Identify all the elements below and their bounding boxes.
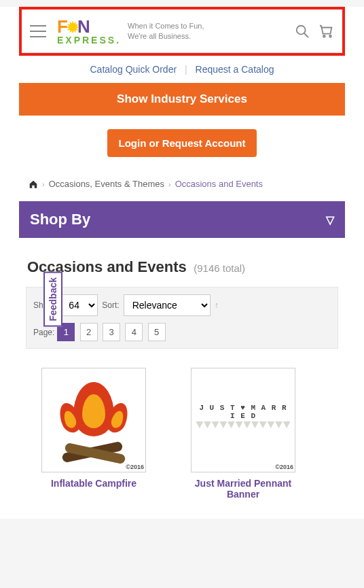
chevron-right-icon: ›: [42, 180, 45, 188]
page-label: Page:: [33, 328, 54, 337]
triangle-down-icon: ▽: [326, 213, 334, 226]
cart-icon[interactable]: [319, 24, 334, 39]
svg-line-1: [304, 33, 308, 37]
copyright: ©2016: [275, 464, 293, 470]
breadcrumb-l1[interactable]: Occasions, Events & Themes: [49, 179, 164, 189]
product-card[interactable]: ©2016 Inflatable Campfire: [33, 368, 155, 500]
request-catalog-link[interactable]: Request a Catalog: [196, 64, 274, 75]
logo-express: EXPRESS.: [57, 35, 121, 46]
page-2[interactable]: 2: [80, 323, 98, 341]
chevron-right-icon: ›: [168, 180, 171, 188]
logo[interactable]: F✹N EXPRESS.: [57, 16, 121, 46]
product-name[interactable]: Inflatable Campfire: [33, 478, 155, 489]
breadcrumb: › Occasions, Events & Themes › Occasions…: [0, 176, 364, 201]
catalog-quick-order-link[interactable]: Catalog Quick Order: [90, 64, 177, 75]
page-3[interactable]: 3: [103, 323, 120, 341]
show-select[interactable]: 64: [60, 294, 98, 316]
show-industry-services-button[interactable]: Show Industry Services: [19, 83, 345, 116]
tagline: When it Comes to Fun, We're all Business…: [128, 21, 204, 41]
product-name[interactable]: Just Married Pennant Banner: [182, 478, 304, 500]
page-4[interactable]: 4: [125, 323, 143, 341]
search-icon[interactable]: [295, 24, 310, 39]
menu-hamburger[interactable]: [30, 25, 46, 37]
home-icon[interactable]: [29, 179, 38, 189]
sort-direction-arrow-icon[interactable]: ↑: [215, 300, 223, 310]
shop-by-label: Shop By: [30, 211, 90, 228]
toolbar: Show: 64 Sort: Relevance ↑ Page: 1 2 3 4…: [26, 287, 338, 349]
product-image: ©2016: [41, 368, 146, 472]
svg-point-3: [329, 35, 331, 37]
pagination: 1 2 3 4 5: [57, 323, 168, 341]
feedback-tab[interactable]: Feedback: [43, 272, 62, 327]
breadcrumb-current: Occasions and Events: [175, 179, 263, 189]
result-count: (9146 total): [194, 262, 245, 274]
login-request-account-button[interactable]: Login or Request Account: [107, 129, 257, 157]
copyright: ©2016: [126, 464, 144, 470]
page-5[interactable]: 5: [148, 323, 166, 341]
sort-select[interactable]: Relevance: [124, 294, 211, 316]
shop-by-toggle[interactable]: Shop By ▽: [19, 201, 345, 238]
banner-text: J U S T ♥ M A R R I E D: [196, 404, 291, 420]
svg-point-0: [297, 25, 306, 34]
sort-label: Sort:: [102, 300, 119, 310]
svg-point-2: [323, 35, 325, 37]
product-card[interactable]: J U S T ♥ M A R R I E D ©2016 Just Marri…: [182, 368, 304, 500]
product-image: J U S T ♥ M A R R I E D ©2016: [191, 368, 295, 472]
